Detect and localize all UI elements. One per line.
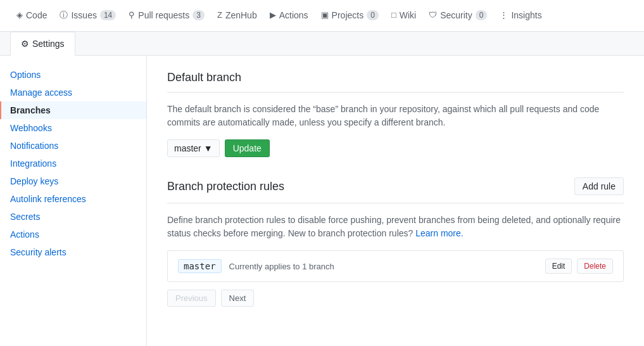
sidebar-item-integrations[interactable]: Integrations [0,155,146,172]
sidebar-item-manage-access[interactable]: Manage access [0,84,146,101]
nav-label-insights: Insights [511,10,541,20]
nav-item-wiki[interactable]: □ Wiki [385,0,422,32]
nav-item-security[interactable]: 🛡 Security 0 [422,0,493,32]
nav-label-code: Code [26,10,47,20]
learn-more-link[interactable]: Learn more. [415,228,463,238]
nav-label-issues: Issues [71,10,96,20]
sidebar-item-webhooks[interactable]: Webhooks [0,119,146,137]
issues-badge: 14 [100,10,116,20]
projects-badge: 0 [367,10,379,20]
delete-rule-button[interactable]: Delete [577,259,613,274]
rule-row: master Currently applies to 1 branch Edi… [167,250,624,282]
actions-icon: ▶ [270,10,276,20]
settings-tab[interactable]: ⚙ Settings [10,32,75,56]
sidebar-item-autolink-references[interactable]: Autolink references [0,190,146,208]
default-branch-description: The default branch is considered the “ba… [167,103,624,129]
pull-requests-badge: 3 [193,10,205,20]
sidebar-item-options[interactable]: Options [0,66,146,84]
sidebar-item-deploy-keys[interactable]: Deploy keys [0,172,146,190]
branch-protection-section: Branch protection rules Add rule Define … [167,177,624,307]
settings-tab-bar: ⚙ Settings [0,32,644,56]
sidebar-item-branches[interactable]: Branches [0,101,146,119]
protection-header: Branch protection rules Add rule [167,177,624,203]
branch-dropdown-value: master [174,143,201,153]
branch-protection-title: Branch protection rules [167,180,284,193]
sidebar-item-security-alerts[interactable]: Security alerts [0,243,146,261]
issues-icon: ⓘ [60,10,68,21]
chevron-down-icon: ▼ [204,143,213,153]
nav-item-projects[interactable]: ▣ Projects 0 [315,0,385,32]
projects-icon: ▣ [321,10,329,20]
rule-left: master Currently applies to 1 branch [178,259,334,273]
settings-tab-label: Settings [32,39,65,49]
wiki-icon: □ [391,10,396,20]
default-branch-section: Default branch The default branch is con… [167,71,624,157]
previous-button[interactable]: Previous [167,290,216,307]
sidebar-item-actions[interactable]: Actions [0,226,146,243]
nav-label-projects: Projects [332,10,364,20]
code-icon: ◈ [16,10,23,20]
branch-protection-description: Define branch protection rules to disabl… [167,214,624,240]
rule-actions: Edit Delete [545,259,613,274]
nav-item-pull-requests[interactable]: ⚲ Pull requests 3 [122,0,211,32]
add-rule-button[interactable]: Add rule [574,177,624,195]
insights-icon: ⋮ [500,10,508,20]
pagination: Previous Next [167,290,624,307]
nav-label-security: Security [440,10,472,20]
update-button[interactable]: Update [225,139,270,157]
nav-label-zenhub: ZenHub [225,10,257,20]
nav-label-wiki: Wiki [400,10,416,20]
next-button[interactable]: Next [221,290,255,307]
main-content: Default branch The default branch is con… [147,56,644,346]
nav-label-actions: Actions [279,10,308,20]
sidebar: Options Manage access Branches Webhooks … [0,56,147,346]
nav-item-actions[interactable]: ▶ Actions [263,0,315,32]
nav-label-pull-requests: Pull requests [138,10,189,20]
security-icon: 🛡 [429,10,437,20]
branch-dropdown[interactable]: master ▼ [167,139,220,157]
nav-item-insights[interactable]: ⋮ Insights [493,0,548,32]
rule-name: master [178,259,222,273]
security-badge: 0 [476,10,488,20]
branch-select-row: master ▼ Update [167,139,624,157]
settings-gear-icon: ⚙ [21,39,29,49]
sidebar-item-notifications[interactable]: Notifications [0,137,146,155]
pull-requests-icon: ⚲ [129,10,135,20]
sidebar-item-secrets[interactable]: Secrets [0,208,146,226]
zenhub-icon: Z [217,10,222,20]
rule-applies-text: Currently applies to 1 branch [229,262,334,271]
nav-item-issues[interactable]: ⓘ Issues 14 [53,0,122,32]
top-nav: ◈ Code ⓘ Issues 14 ⚲ Pull requests 3 Z Z… [0,0,644,32]
default-branch-title: Default branch [167,71,624,93]
nav-item-code[interactable]: ◈ Code [10,0,53,32]
nav-item-zenhub[interactable]: Z ZenHub [211,0,263,32]
page-layout: Options Manage access Branches Webhooks … [0,56,644,346]
edit-rule-button[interactable]: Edit [545,259,572,274]
